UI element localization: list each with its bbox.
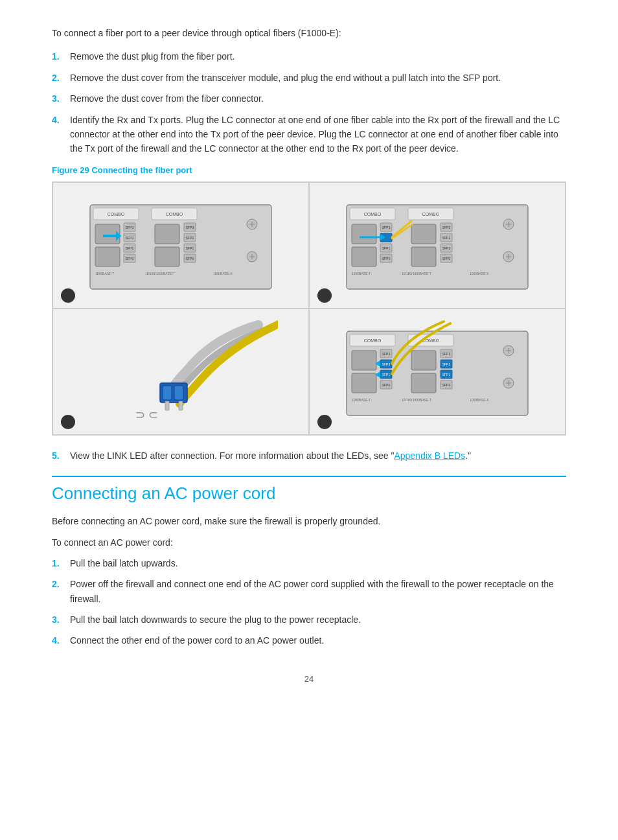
svg-text:COMBO: COMBO xyxy=(364,212,382,216)
fiber-step-5: 5. View the LINK LED after connection. F… xyxy=(52,449,566,463)
svg-text:COMBO: COMBO xyxy=(108,212,125,216)
fiber-step-1: 1. Remove the dust plug from the fiber p… xyxy=(52,49,566,64)
svg-text:SFP1: SFP1 xyxy=(126,246,134,250)
svg-rect-97 xyxy=(411,373,436,393)
svg-rect-77 xyxy=(165,401,169,410)
svg-text:SFP0: SFP0 xyxy=(186,257,194,261)
svg-text:⊂: ⊂ xyxy=(148,408,158,421)
ac-step-text-3: Pull the bail latch downwards to secure … xyxy=(70,612,566,627)
ac-step-text-4: Connect the other end of the power cord … xyxy=(70,633,566,648)
svg-text:10/100/1000BASE-T: 10/100/1000BASE-T xyxy=(402,272,431,275)
svg-text:SFP3: SFP3 xyxy=(442,352,451,356)
step-num-2: 2. xyxy=(52,71,63,85)
hw-diagram-4: COMBO COMBO SFP3 SFP2 SFP1 SFP0 SFP3 SFP… xyxy=(340,318,534,425)
svg-text:1000BASE-T: 1000BASE-T xyxy=(95,272,114,275)
step-text-4: Identify the Rx and Tx ports. Plug the L… xyxy=(70,113,566,156)
ac-step-num-4: 4. xyxy=(52,633,63,648)
svg-text:SFP2: SFP2 xyxy=(442,236,451,240)
svg-text:1000BASE-T: 1000BASE-T xyxy=(352,272,371,275)
svg-rect-96 xyxy=(411,351,436,370)
quadrant-label-1 xyxy=(61,288,75,303)
svg-rect-15 xyxy=(155,224,179,244)
ac-intro-1: Before connecting an AC power cord, make… xyxy=(52,514,566,528)
svg-rect-50 xyxy=(411,224,436,244)
svg-text:COMBO: COMBO xyxy=(364,338,382,343)
svg-text:COMBO: COMBO xyxy=(166,212,183,216)
step-num-3: 3. xyxy=(52,91,63,106)
svg-text:SFP0: SFP0 xyxy=(382,383,391,387)
svg-rect-51 xyxy=(411,247,436,266)
step-num-5: 5. xyxy=(52,449,63,463)
svg-text:1000BASE-T: 1000BASE-T xyxy=(352,398,371,402)
svg-text:SFP2: SFP2 xyxy=(126,236,134,240)
ac-step-text-1: Pull the bail latch upwards. xyxy=(70,556,566,570)
svg-text:SFP2: SFP2 xyxy=(186,236,194,240)
svg-text:SFP1: SFP1 xyxy=(382,246,391,250)
svg-rect-6 xyxy=(95,247,120,266)
svg-rect-40 xyxy=(352,224,376,244)
fiber-step-3: 3. Remove the dust cover from the fiber … xyxy=(52,91,566,106)
ac-step-text-2: Power off the firewall and connect one e… xyxy=(70,577,566,606)
figure-diagram: COMBO COMBO SFP3 SFP2 SFP1 SFP0 SFP3 SFP… xyxy=(52,181,566,436)
page-number: 24 xyxy=(52,674,566,684)
svg-text:SFP0: SFP0 xyxy=(442,383,451,387)
ac-step-4: 4. Connect the other end of the power co… xyxy=(52,633,566,648)
hw-diagram-1: COMBO COMBO SFP3 SFP2 SFP1 SFP0 SFP3 SFP… xyxy=(84,192,278,299)
fiber-step-2: 2. Remove the dust cover from the transc… xyxy=(52,71,566,85)
ac-step-num-3: 3. xyxy=(52,612,63,627)
svg-text:SFP1: SFP1 xyxy=(442,246,451,250)
svg-text:⊃: ⊃ xyxy=(135,408,145,421)
step-num-1: 1. xyxy=(52,49,63,64)
figure-quadrant-3: ⊃ ⊂ xyxy=(52,309,309,435)
step-text-1: Remove the dust plug from the fiber port… xyxy=(70,49,566,64)
svg-text:SFP3: SFP3 xyxy=(382,352,391,356)
svg-text:COMBO: COMBO xyxy=(422,212,440,216)
svg-text:SFP2: SFP2 xyxy=(442,362,451,366)
svg-text:SFP1: SFP1 xyxy=(382,373,391,377)
quadrant-label-3 xyxy=(61,415,75,429)
svg-text:SFP2: SFP2 xyxy=(382,362,391,366)
svg-text:SFP3: SFP3 xyxy=(442,226,451,229)
step-num-4: 4. xyxy=(52,113,63,156)
appendix-b-link[interactable]: Appendix B LEDs xyxy=(394,450,465,461)
step5-text-after: ." xyxy=(465,450,471,461)
svg-text:SFP1: SFP1 xyxy=(186,246,194,250)
figure-quadrant-2: COMBO COMBO SFP3 SFP2 SFP1 SFP0 SFP3 SFP… xyxy=(309,182,566,309)
svg-text:1000BASE-X: 1000BASE-X xyxy=(470,398,489,402)
fiber-cable-diagram: ⊃ ⊂ xyxy=(84,318,278,425)
ac-power-section-heading: Connecting an AC power cord xyxy=(52,476,566,504)
svg-text:SFP3: SFP3 xyxy=(126,226,134,229)
fiber-intro: To connect a fiber port to a peer device… xyxy=(52,26,566,40)
svg-text:SFP0: SFP0 xyxy=(382,257,391,261)
ac-step-list: 1. Pull the bail latch upwards. 2. Power… xyxy=(52,556,566,648)
svg-text:10/100/1000BASE-T: 10/100/1000BASE-T xyxy=(402,398,431,402)
svg-rect-16 xyxy=(155,247,179,266)
svg-text:SFP0: SFP0 xyxy=(442,257,451,261)
svg-rect-86 xyxy=(352,351,376,370)
svg-text:SFP3: SFP3 xyxy=(382,226,391,229)
hw-diagram-2: COMBO COMBO SFP3 SFP2 SFP1 SFP0 SFP3 SFP… xyxy=(340,192,534,299)
fiber-step-4: 4. Identify the Rx and Tx ports. Plug th… xyxy=(52,113,566,156)
step-text-2: Remove the dust cover from the transceiv… xyxy=(70,71,566,85)
step5-text-before: View the LINK LED after connection. For … xyxy=(70,450,394,461)
ac-step-3: 3. Pull the bail latch downwards to secu… xyxy=(52,612,566,627)
svg-rect-75 xyxy=(163,386,172,400)
fiber-step5-list: 5. View the LINK LED after connection. F… xyxy=(52,449,566,463)
svg-text:10/100/1000BASE-T: 10/100/1000BASE-T xyxy=(145,272,175,275)
figure-quadrant-1: COMBO COMBO SFP3 SFP2 SFP1 SFP0 SFP3 SFP… xyxy=(52,182,309,309)
ac-intro-2: To connect an AC power cord: xyxy=(52,535,566,550)
quadrant-label-2 xyxy=(317,288,332,303)
svg-text:1000BASE-X: 1000BASE-X xyxy=(213,272,233,275)
fiber-step-list: 1. Remove the dust plug from the fiber p… xyxy=(52,49,566,156)
quadrant-label-4 xyxy=(317,415,332,429)
figure-caption: Figure 29 Connecting the fiber port xyxy=(52,165,566,175)
step-text-3: Remove the dust cover from the fiber con… xyxy=(70,91,566,106)
svg-rect-41 xyxy=(352,247,376,266)
ac-step-num-1: 1. xyxy=(52,556,63,570)
svg-rect-76 xyxy=(174,386,183,400)
ac-step-1: 1. Pull the bail latch upwards. xyxy=(52,556,566,570)
svg-rect-78 xyxy=(179,401,183,410)
svg-rect-87 xyxy=(352,373,376,393)
svg-text:SFP1: SFP1 xyxy=(442,373,451,377)
svg-text:SFP0: SFP0 xyxy=(126,257,134,261)
